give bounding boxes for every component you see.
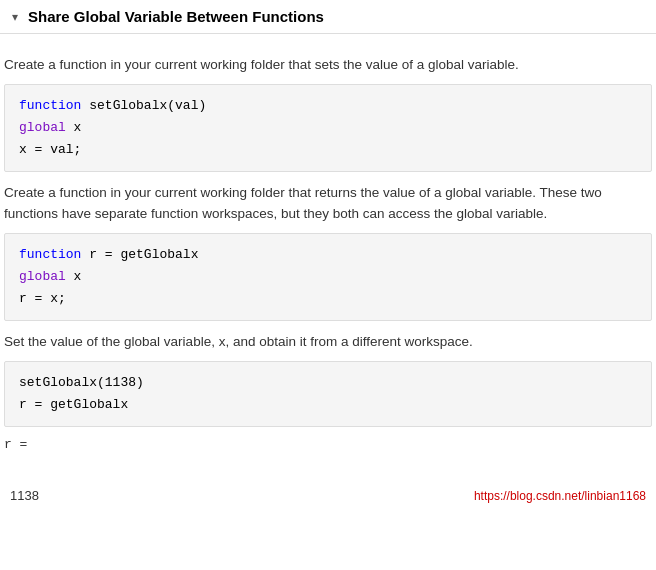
chevron-down-icon[interactable]: ▾ <box>12 10 18 24</box>
section-1-code: function setGlobalx(val) global x x = va… <box>4 84 652 172</box>
section-1-description: Create a function in your current workin… <box>4 54 652 76</box>
section-2-code: function r = getGlobalx global x r = x; <box>4 233 652 321</box>
result-label: r = <box>4 437 27 452</box>
page-title: Share Global Variable Between Functions <box>28 8 324 25</box>
code-line-7: setGlobalx(1138) <box>19 372 637 394</box>
code-line-6: r = x; <box>19 288 637 310</box>
keyword-global-1: global <box>19 120 66 135</box>
code-line-4: function r = getGlobalx <box>19 244 637 266</box>
code-line-8: r = getGlobalx <box>19 394 637 416</box>
page-footer: 1138 https://blog.csdn.net/linbian1168 <box>0 482 656 509</box>
section-2-description: Create a function in your current workin… <box>4 182 652 225</box>
code-line-1: function setGlobalx(val) <box>19 95 637 117</box>
code-line-2: global x <box>19 117 637 139</box>
result-line: r = <box>4 437 652 452</box>
section-3-description: Set the value of the global variable, x,… <box>4 331 652 353</box>
footer-link[interactable]: https://blog.csdn.net/linbian1168 <box>474 489 646 503</box>
code-line-3: x = val; <box>19 139 637 161</box>
page-header: ▾ Share Global Variable Between Function… <box>0 0 656 34</box>
keyword-global-2: global <box>19 269 66 284</box>
main-content: Create a function in your current workin… <box>0 34 656 472</box>
footer-number: 1138 <box>10 488 39 503</box>
keyword-function-1: function <box>19 98 81 113</box>
section-3: Set the value of the global variable, x,… <box>4 331 652 427</box>
section-1: Create a function in your current workin… <box>4 54 652 172</box>
section-3-code: setGlobalx(1138) r = getGlobalx <box>4 361 652 427</box>
code-line-5: global x <box>19 266 637 288</box>
section-2: Create a function in your current workin… <box>4 182 652 321</box>
keyword-function-2: function <box>19 247 81 262</box>
